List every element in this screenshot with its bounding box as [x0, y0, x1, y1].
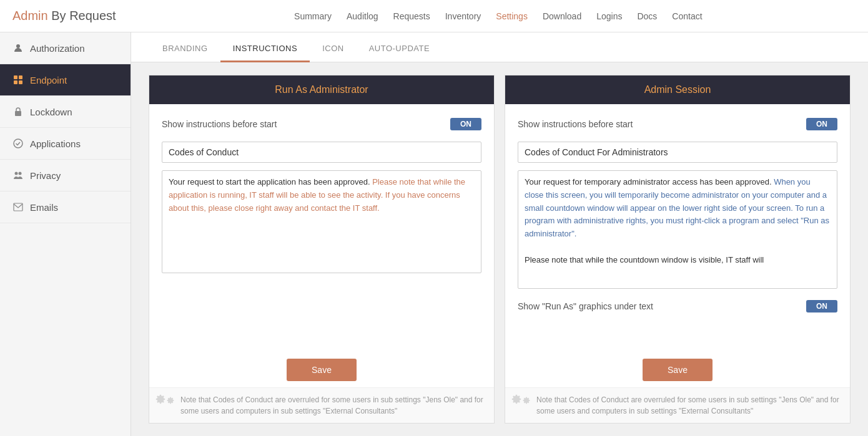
svg-point-8: [19, 172, 22, 175]
tab-icon[interactable]: ICON: [310, 36, 357, 62]
email-icon: [12, 201, 24, 213]
admin-session-graphics-toggle[interactable]: ON: [806, 300, 837, 312]
admin-session-note-row: Note that Codes of Conduct are overruled…: [505, 387, 850, 423]
admin-session-toggle-row: Show instructions before start ON: [518, 114, 837, 134]
sidebar-item-endpoint[interactable]: Endpoint: [0, 64, 131, 96]
main-nav: Summary Auditlog Requests Inventory Sett…: [141, 9, 856, 24]
run-as-title-input[interactable]: [162, 142, 481, 163]
admin-session-graphics-label: Show "Run As" graphics under text: [518, 301, 653, 311]
run-as-header-title: Run As Administrator: [275, 84, 368, 95]
admin-gear-icons: [511, 394, 530, 404]
main-content: BRANDING INSTRUCTIONS ICON AUTO-UPDATE R…: [131, 32, 868, 436]
admin-session-header-title: Admin Session: [644, 84, 711, 95]
nav-settings[interactable]: Settings: [496, 9, 528, 24]
nav-inventory[interactable]: Inventory: [445, 9, 481, 24]
run-as-toggle-label: Show instructions before start: [162, 119, 277, 129]
sidebar-label-authorization: Authorization: [30, 43, 85, 54]
run-as-note-text: Note that Codes of Conduct are overruled…: [180, 394, 488, 417]
privacy-icon: [12, 170, 24, 181]
admin-session-panel-body: Show instructions before start ON Your r…: [505, 104, 850, 352]
run-as-save-button[interactable]: Save: [287, 359, 357, 381]
admin-session-panel-header: Admin Session: [505, 75, 850, 104]
nav-requests[interactable]: Requests: [393, 9, 430, 24]
svg-point-0: [16, 44, 20, 48]
brand-admin: Admin: [12, 9, 48, 22]
admin-session-panel: Admin Session Show instructions before s…: [505, 75, 851, 424]
svg-rect-1: [14, 75, 17, 79]
admin-session-title-input[interactable]: [518, 142, 837, 163]
run-as-body-textarea[interactable]: Your request to start the application ha…: [162, 170, 481, 273]
svg-rect-5: [15, 111, 21, 116]
run-as-panel: Run As Administrator Show instructions b…: [149, 75, 495, 424]
svg-rect-9: [14, 203, 22, 211]
gear-icons: [155, 394, 174, 404]
tab-instructions[interactable]: INSTRUCTIONS: [220, 36, 310, 62]
panels-area: Run As Administrator Show instructions b…: [131, 62, 868, 436]
nav-logins[interactable]: Logins: [596, 9, 622, 24]
admin-session-save-button[interactable]: Save: [643, 359, 713, 381]
sidebar-item-emails[interactable]: Emails: [0, 191, 131, 223]
admin-session-save-row: Save: [505, 352, 850, 387]
sidebar-item-applications[interactable]: Applications: [0, 128, 131, 160]
sidebar-item-lockdown[interactable]: Lockdown: [0, 96, 131, 128]
top-navigation: Admin By Request Summary Auditlog Reques…: [0, 0, 868, 32]
run-as-panel-body: Show instructions before start ON Your r…: [149, 104, 494, 352]
admin-session-text-normal1: Your request for temporary administrator…: [525, 177, 774, 187]
run-as-toggle[interactable]: ON: [450, 118, 481, 130]
nav-download[interactable]: Download: [543, 9, 581, 24]
admin-session-graphics-toggle-row: Show "Run As" graphics under text ON: [518, 296, 837, 316]
check-circle-icon: [12, 138, 24, 149]
tab-auto-update[interactable]: AUTO-UPDATE: [357, 36, 442, 62]
admin-session-note-text: Note that Codes of Conduct are overruled…: [536, 394, 844, 417]
run-as-panel-header: Run As Administrator: [149, 75, 494, 104]
svg-rect-2: [19, 75, 22, 79]
sidebar-label-emails: Emails: [30, 202, 58, 213]
svg-point-7: [15, 172, 18, 175]
run-as-text-normal: Your request to start the application ha…: [169, 177, 372, 187]
admin-session-body-textarea[interactable]: Your request for temporary administrator…: [518, 170, 837, 289]
sidebar-label-endpoint: Endpoint: [30, 75, 67, 85]
sidebar-item-authorization[interactable]: Authorization: [0, 32, 131, 64]
endpoint-icon: [12, 74, 24, 85]
lock-icon: [12, 106, 24, 117]
brand-logo: Admin By Request: [12, 9, 116, 23]
nav-docs[interactable]: Docs: [637, 9, 657, 24]
user-icon: [12, 42, 24, 54]
tabs-bar: BRANDING INSTRUCTIONS ICON AUTO-UPDATE: [131, 32, 868, 62]
brand-rest: By Request: [48, 9, 116, 22]
admin-session-toggle[interactable]: ON: [806, 118, 837, 130]
run-as-toggle-row: Show instructions before start ON: [162, 114, 481, 134]
sidebar-label-privacy: Privacy: [30, 170, 61, 181]
run-as-note-row: Note that Codes of Conduct are overruled…: [149, 387, 494, 423]
sidebar-label-lockdown: Lockdown: [30, 107, 72, 117]
nav-summary[interactable]: Summary: [294, 9, 332, 24]
sidebar: Authorization Endpoint Lockdown: [0, 32, 131, 436]
nav-contact[interactable]: Contact: [672, 9, 702, 24]
sidebar-item-privacy[interactable]: Privacy: [0, 160, 131, 191]
svg-point-6: [14, 139, 22, 148]
svg-rect-3: [14, 80, 17, 84]
svg-rect-4: [19, 80, 22, 84]
tab-branding[interactable]: BRANDING: [150, 36, 220, 62]
sidebar-label-applications: Applications: [30, 138, 81, 149]
nav-auditlog[interactable]: Auditlog: [347, 9, 378, 24]
admin-session-toggle-label: Show instructions before start: [518, 119, 633, 129]
run-as-save-row: Save: [149, 352, 494, 387]
admin-session-text-normal2: Please note that while the countdown win…: [525, 255, 764, 264]
main-layout: Authorization Endpoint Lockdown: [0, 32, 868, 436]
